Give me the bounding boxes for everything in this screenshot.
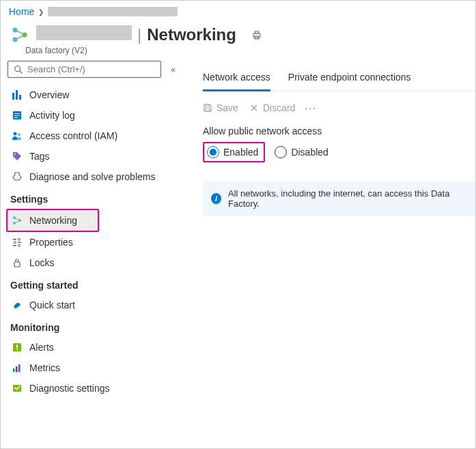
breadcrumb-resource-redacted [48, 7, 178, 16]
resource-name-redacted [36, 25, 132, 40]
activity-log-icon [12, 110, 23, 121]
radio-circle-icon [275, 146, 287, 158]
svg-rect-10 [19, 95, 21, 100]
svg-rect-32 [16, 366, 18, 372]
nav-label: Diagnostic settings [29, 383, 110, 394]
svg-rect-35 [206, 104, 209, 106]
radio-enabled[interactable]: Enabled [207, 146, 258, 158]
breadcrumb-home[interactable]: Home [9, 6, 34, 17]
nav-access-control[interactable]: Access control (IAM) [8, 126, 184, 146]
resource-type-label: Data factory (V2) [25, 46, 475, 55]
collapse-sidebar-button[interactable]: « [168, 62, 178, 77]
nav-quick-start[interactable]: Quick start [8, 295, 184, 315]
svg-rect-23 [18, 242, 21, 244]
radio-disabled[interactable]: Disabled [275, 146, 328, 158]
nav-diagnostic-settings[interactable]: Diagnostic settings [8, 378, 184, 399]
radio-disabled-label: Disabled [291, 147, 328, 158]
info-text: All networks, including the internet, ca… [228, 188, 467, 209]
save-icon [203, 103, 212, 113]
save-button[interactable]: Save [203, 102, 238, 113]
locks-icon [12, 257, 23, 268]
nav-label: Quick start [29, 300, 75, 310]
tags-icon [12, 151, 23, 162]
nav-section-settings: Settings [8, 187, 184, 209]
header-separator: | [137, 25, 141, 44]
metrics-icon [12, 362, 23, 373]
nav-label: Diagnose and solve problems [29, 171, 155, 182]
nav-label: Activity log [29, 110, 75, 121]
svg-rect-4 [255, 31, 259, 33]
svg-point-26 [18, 244, 20, 246]
save-label: Save [216, 102, 238, 113]
radio-enabled-label: Enabled [223, 147, 258, 158]
search-box[interactable] [8, 61, 161, 78]
svg-rect-31 [13, 368, 15, 372]
allow-public-label: Allow public network access [203, 126, 475, 136]
quick-start-icon [12, 300, 23, 310]
svg-line-7 [20, 70, 23, 73]
svg-point-15 [14, 132, 17, 136]
svg-rect-13 [14, 115, 20, 116]
nav-diagnose[interactable]: Diagnose and solve problems [8, 166, 184, 187]
svg-rect-14 [14, 117, 18, 118]
svg-point-16 [18, 133, 20, 136]
nav-alerts[interactable]: Alerts [8, 337, 184, 358]
svg-rect-8 [12, 93, 14, 100]
info-box: i All networks, including the internet, … [203, 182, 475, 216]
svg-rect-30 [16, 349, 18, 350]
search-input[interactable] [27, 64, 155, 74]
nav-locks[interactable]: Locks [8, 252, 184, 273]
nav-label: Alerts [29, 342, 54, 353]
sidebar: « Overview Activity log Access control (… [1, 55, 184, 449]
svg-rect-27 [14, 262, 20, 267]
svg-rect-33 [18, 364, 20, 372]
svg-rect-29 [16, 345, 18, 348]
data-factory-icon [10, 25, 29, 44]
svg-point-17 [14, 154, 16, 155]
nav-properties[interactable]: Properties [8, 232, 184, 252]
properties-icon [12, 237, 23, 248]
nav-metrics[interactable]: Metrics [8, 358, 184, 378]
svg-rect-12 [14, 113, 20, 114]
highlight-enabled-option: Enabled [203, 142, 265, 162]
svg-rect-36 [206, 108, 210, 111]
discard-button[interactable]: Discard [249, 102, 295, 113]
nav-networking[interactable]: Networking [8, 210, 98, 231]
nav-section-getting-started: Getting started [8, 273, 184, 295]
nav-label: Overview [29, 89, 69, 100]
breadcrumb: Home ❯ [1, 1, 475, 23]
access-control-icon [12, 130, 23, 141]
tabs: Network access Private endpoint connecti… [203, 72, 475, 91]
tab-network-access[interactable]: Network access [203, 72, 270, 91]
nav-activity-log[interactable]: Activity log [8, 105, 184, 126]
chevron-right-icon: ❯ [38, 8, 44, 16]
nav-label: Locks [29, 257, 55, 268]
nav-label: Networking [29, 215, 77, 226]
page-title: Networking [147, 25, 236, 44]
main-content: Network access Private endpoint connecti… [184, 55, 475, 449]
discard-label: Discard [263, 102, 295, 113]
tab-private-endpoint[interactable]: Private endpoint connections [288, 72, 411, 91]
svg-rect-34 [13, 385, 21, 392]
nav-label: Properties [29, 237, 73, 248]
highlight-networking: Networking [6, 209, 99, 232]
public-access-radio-group: Enabled Disabled [203, 142, 475, 162]
nav-label: Tags [29, 151, 50, 162]
nav-label: Metrics [29, 362, 60, 373]
toolbar: Save Discard ··· [203, 102, 475, 113]
more-actions-button[interactable]: ··· [305, 102, 317, 113]
nav-tags[interactable]: Tags [8, 146, 184, 166]
svg-point-24 [14, 242, 16, 244]
svg-rect-25 [13, 245, 16, 246]
overview-icon [12, 89, 23, 100]
diagnose-icon [12, 171, 23, 182]
svg-rect-21 [13, 239, 16, 240]
radio-circle-icon [207, 146, 219, 158]
nav-label: Access control (IAM) [29, 130, 117, 141]
nav-overview[interactable]: Overview [8, 85, 184, 105]
alerts-icon [12, 342, 23, 353]
discard-icon [249, 103, 259, 113]
page-header: | Networking [1, 23, 475, 47]
print-icon[interactable] [251, 29, 262, 42]
diagnostic-settings-icon [12, 383, 23, 394]
